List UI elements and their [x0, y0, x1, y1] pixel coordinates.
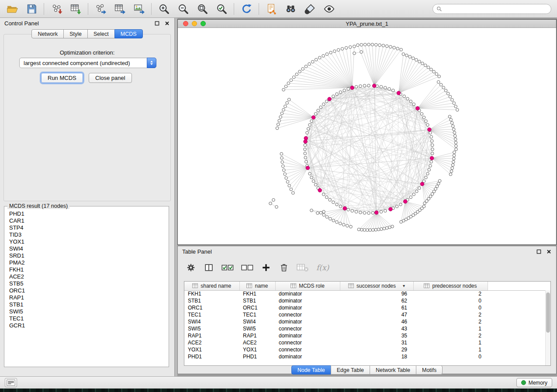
table-cell[interactable]: RAP1: [184, 332, 239, 339]
import-table-button[interactable]: [69, 2, 82, 15]
table-cell[interactable]: YOX1: [239, 346, 275, 353]
table-row[interactable]: SWI4SWI4dominator462: [184, 318, 546, 325]
table-cell[interactable]: 2: [413, 332, 488, 339]
mcds-result-item[interactable]: TEC1: [9, 315, 164, 322]
show-hide-eye-button[interactable]: [322, 2, 336, 15]
optimization-criterion-dropdown[interactable]: largest connected component (undirected): [19, 58, 156, 68]
document-network-button[interactable]: [265, 2, 278, 15]
table-row[interactable]: FKH1FKH1dominator962: [184, 290, 546, 297]
zoom-selected-button[interactable]: [215, 2, 228, 15]
table-cell[interactable]: ACE2: [239, 339, 275, 346]
zoom-in-button[interactable]: [157, 2, 170, 15]
table-cell[interactable]: ORC1: [239, 304, 275, 311]
table-row[interactable]: SWI5SWI5connector431: [184, 325, 546, 332]
mcds-result-item[interactable]: FKH1: [9, 266, 164, 273]
table-row[interactable]: PHD1PHD1dominator180: [184, 353, 546, 360]
export-table-button[interactable]: [113, 2, 126, 15]
table-cell[interactable]: connector: [275, 346, 340, 353]
table-cell[interactable]: 29: [340, 346, 413, 353]
save-button[interactable]: [25, 2, 38, 15]
mcds-result-item[interactable]: PHD1: [9, 210, 164, 217]
mcds-result-list[interactable]: PHD1CAR1STP4TID3YOX1SWI4SRD1PMA2FKH1ACE2…: [5, 209, 168, 364]
mcds-result-item[interactable]: YOX1: [9, 238, 164, 245]
table-cell[interactable]: TEC1: [239, 311, 275, 318]
table-row[interactable]: ACE2ACE2connector311: [184, 339, 546, 346]
table-row[interactable]: ORC1ORC1dominator610: [184, 304, 546, 311]
table-cell[interactable]: STB1: [239, 297, 275, 304]
tab-network-table[interactable]: Network Table: [370, 365, 416, 375]
table-cell[interactable]: STB1: [184, 297, 239, 304]
table-cell[interactable]: RAP1: [239, 332, 275, 339]
window-close-button[interactable]: [183, 21, 188, 26]
table-cell[interactable]: PHD1: [184, 353, 239, 360]
export-network-button[interactable]: [94, 2, 107, 15]
settings-gear-button[interactable]: [186, 262, 196, 273]
table-row[interactable]: TEC1TEC1connector472: [184, 311, 546, 318]
open-folder-button[interactable]: [6, 2, 19, 15]
mcds-result-item[interactable]: ACE2: [9, 273, 164, 280]
network-window-titlebar[interactable]: YPA_prune.txt_1: [178, 20, 556, 28]
tab-mcds[interactable]: MCDS: [114, 29, 143, 38]
table-cell[interactable]: 96: [340, 290, 413, 297]
search-input[interactable]: [444, 6, 547, 12]
panel-menu-button[interactable]: [5, 378, 17, 387]
add-row-button[interactable]: [261, 262, 271, 273]
mcds-result-item[interactable]: SWI5: [9, 308, 164, 315]
mcds-result-item[interactable]: CAR1: [9, 217, 164, 224]
mcds-result-item[interactable]: SWI4: [9, 245, 164, 252]
close-table-panel-icon[interactable]: [546, 249, 552, 254]
table-scrollbar[interactable]: [545, 290, 550, 365]
find-button[interactable]: [284, 2, 297, 15]
window-zoom-button[interactable]: [201, 21, 206, 26]
mcds-result-item[interactable]: STB1: [9, 301, 164, 308]
table-cell[interactable]: 47: [340, 311, 413, 318]
show-columns-button[interactable]: [204, 262, 214, 273]
scrollbar-thumb[interactable]: [546, 292, 550, 333]
table-cell[interactable]: 31: [340, 339, 413, 346]
float-table-panel-icon[interactable]: [536, 249, 542, 254]
tab-motifs[interactable]: Motifs: [416, 365, 443, 375]
table-cell[interactable]: dominator: [275, 318, 340, 325]
table-cell[interactable]: 61: [340, 304, 413, 311]
export-image-button[interactable]: [132, 2, 145, 15]
refresh-button[interactable]: [240, 2, 253, 15]
tab-select[interactable]: Select: [87, 29, 115, 38]
table-cell[interactable]: connector: [275, 311, 340, 318]
close-panel-button[interactable]: Close panel: [89, 73, 132, 83]
table-cell[interactable]: 2: [413, 311, 488, 318]
table-cell[interactable]: FKH1: [184, 290, 239, 297]
table-cell[interactable]: 1: [413, 325, 488, 332]
tab-node-table[interactable]: Node Table: [291, 365, 331, 375]
import-network-button[interactable]: [50, 2, 63, 15]
column-header-MCDS-role[interactable]: MCDS role: [275, 282, 340, 290]
table-cell[interactable]: 0: [413, 297, 488, 304]
table-cell[interactable]: ACE2: [184, 339, 239, 346]
tab-network[interactable]: Network: [31, 29, 64, 38]
table-cell[interactable]: TEC1: [184, 311, 239, 318]
table-cell[interactable]: 43: [340, 325, 413, 332]
mcds-result-item[interactable]: TID3: [9, 231, 164, 238]
table-cell[interactable]: 0: [413, 304, 488, 311]
style-brush-button[interactable]: [303, 2, 316, 15]
table-cell[interactable]: 1: [413, 346, 488, 353]
table-cell[interactable]: dominator: [275, 353, 340, 360]
sort-chevron-icon[interactable]: ▾: [403, 283, 405, 288]
network-canvas[interactable]: [178, 28, 556, 244]
zoom-fit-button[interactable]: [196, 2, 209, 15]
mcds-result-item[interactable]: RAP1: [9, 294, 164, 301]
deselect-all-button[interactable]: [241, 262, 253, 273]
table-cell[interactable]: 35: [340, 332, 413, 339]
mcds-result-item[interactable]: SRD1: [9, 252, 164, 259]
table-cell[interactable]: 62: [340, 297, 413, 304]
table-cell[interactable]: 2: [413, 290, 488, 297]
mcds-result-item[interactable]: PMA2: [9, 259, 164, 266]
window-minimize-button[interactable]: [192, 21, 197, 26]
mcds-result-item[interactable]: ORC1: [9, 287, 164, 294]
table-cell[interactable]: 2: [413, 318, 488, 325]
table-row[interactable]: YOX1YOX1connector291: [184, 346, 546, 353]
mcds-result-item[interactable]: STP4: [9, 224, 164, 231]
network-search-box[interactable]: [432, 4, 551, 14]
close-panel-icon[interactable]: [164, 21, 170, 26]
table-cell[interactable]: dominator: [275, 332, 340, 339]
tab-style[interactable]: Style: [63, 29, 88, 38]
